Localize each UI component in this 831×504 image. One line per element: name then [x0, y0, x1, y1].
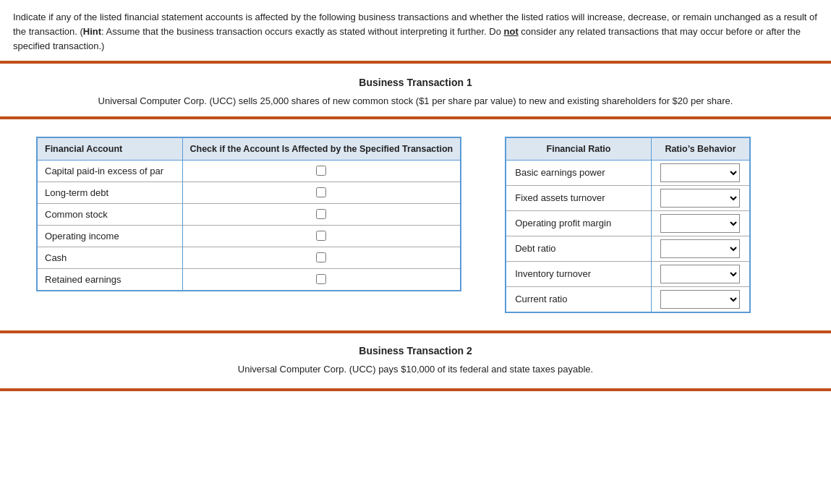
left-col1-header: Financial Account	[38, 138, 182, 161]
ratio-behavior-dropdown[interactable]: IncreaseDecreaseUnchanged	[660, 189, 740, 208]
content-area: Financial Account Check if the Account I…	[0, 119, 831, 330]
right-behavior-cell: IncreaseDecreaseUnchanged	[651, 286, 749, 312]
right-ratio-label: Fixed assets turnover	[506, 185, 651, 210]
left-table-row: Cash	[38, 247, 460, 268]
right-table-row: Debt ratioIncreaseDecreaseUnchanged	[506, 236, 749, 261]
left-account-label: Capital paid-in excess of par	[38, 160, 182, 181]
account-checkbox[interactable]	[316, 274, 326, 284]
transaction1-title: Business Transaction 1	[43, 77, 788, 88]
left-checkbox-cell	[182, 203, 460, 225]
left-checkbox-cell	[182, 268, 460, 290]
account-checkbox[interactable]	[316, 166, 326, 176]
left-account-label: Cash	[38, 247, 182, 268]
right-table: Financial Ratio Ratio’s Behavior Basic e…	[506, 138, 749, 312]
transaction1-description: Universal Computer Corp. (UCC) sells 25,…	[43, 94, 788, 108]
left-checkbox-cell	[182, 247, 460, 268]
right-table-row: Current ratioIncreaseDecreaseUnchanged	[506, 286, 749, 312]
account-checkbox[interactable]	[316, 209, 326, 219]
left-checkbox-cell	[182, 225, 460, 247]
left-col2-header: Check if the Account Is Affected by the …	[182, 138, 460, 161]
right-behavior-cell: IncreaseDecreaseUnchanged	[651, 160, 749, 185]
left-account-label: Long-term debt	[38, 181, 182, 203]
transaction2-description: Universal Computer Corp. (UCC) pays $10,…	[43, 362, 788, 377]
right-behavior-cell: IncreaseDecreaseUnchanged	[651, 236, 749, 261]
right-table-row: Inventory turnoverIncreaseDecreaseUnchan…	[506, 261, 749, 286]
left-checkbox-cell	[182, 160, 460, 181]
right-behavior-cell: IncreaseDecreaseUnchanged	[651, 185, 749, 210]
right-col2-header: Ratio’s Behavior	[651, 138, 749, 161]
left-table-row: Operating income	[38, 225, 460, 247]
left-account-label: Operating income	[38, 225, 182, 247]
right-behavior-cell: IncreaseDecreaseUnchanged	[651, 261, 749, 286]
right-ratio-label: Operating profit margin	[506, 210, 651, 236]
right-ratio-label: Debt ratio	[506, 236, 651, 261]
left-table-row: Capital paid-in excess of par	[38, 160, 460, 181]
ratio-behavior-dropdown[interactable]: IncreaseDecreaseUnchanged	[660, 265, 740, 283]
left-checkbox-cell	[182, 181, 460, 203]
left-table-container: Financial Account Check if the Account I…	[36, 137, 461, 291]
transaction1-section: Business Transaction 1 Universal Compute…	[0, 64, 831, 116]
transaction2-title: Business Transaction 2	[43, 345, 788, 356]
account-checkbox[interactable]	[316, 187, 326, 197]
transaction2-section: Business Transaction 2 Universal Compute…	[0, 333, 831, 388]
right-col1-header: Financial Ratio	[506, 138, 651, 161]
left-account-label: Retained earnings	[38, 268, 182, 290]
right-ratio-label: Inventory turnover	[506, 261, 651, 286]
ratio-behavior-dropdown[interactable]: IncreaseDecreaseUnchanged	[660, 290, 740, 309]
account-checkbox[interactable]	[316, 231, 326, 241]
left-table-row: Long-term debt	[38, 181, 460, 203]
right-table-row: Fixed assets turnoverIncreaseDecreaseUnc…	[506, 185, 749, 210]
right-table-row: Basic earnings powerIncreaseDecreaseUnch…	[506, 160, 749, 185]
not-label: not	[504, 26, 519, 37]
left-table: Financial Account Check if the Account I…	[38, 138, 460, 290]
hint-label: Hint	[83, 26, 101, 37]
ratio-behavior-dropdown[interactable]: IncreaseDecreaseUnchanged	[660, 214, 740, 233]
account-checkbox[interactable]	[316, 252, 326, 262]
right-behavior-cell: IncreaseDecreaseUnchanged	[651, 210, 749, 236]
ratio-behavior-dropdown[interactable]: IncreaseDecreaseUnchanged	[660, 163, 740, 182]
left-account-label: Common stock	[38, 203, 182, 225]
ratio-behavior-dropdown[interactable]: IncreaseDecreaseUnchanged	[660, 239, 740, 258]
left-table-row: Retained earnings	[38, 268, 460, 290]
right-ratio-label: Current ratio	[506, 286, 651, 312]
instructions-text: Indicate if any of the listed financial …	[0, 0, 831, 61]
right-ratio-label: Basic earnings power	[506, 160, 651, 185]
final-divider	[0, 388, 831, 391]
right-table-container: Financial Ratio Ratio’s Behavior Basic e…	[505, 137, 751, 313]
left-table-row: Common stock	[38, 203, 460, 225]
right-table-row: Operating profit marginIncreaseDecreaseU…	[506, 210, 749, 236]
